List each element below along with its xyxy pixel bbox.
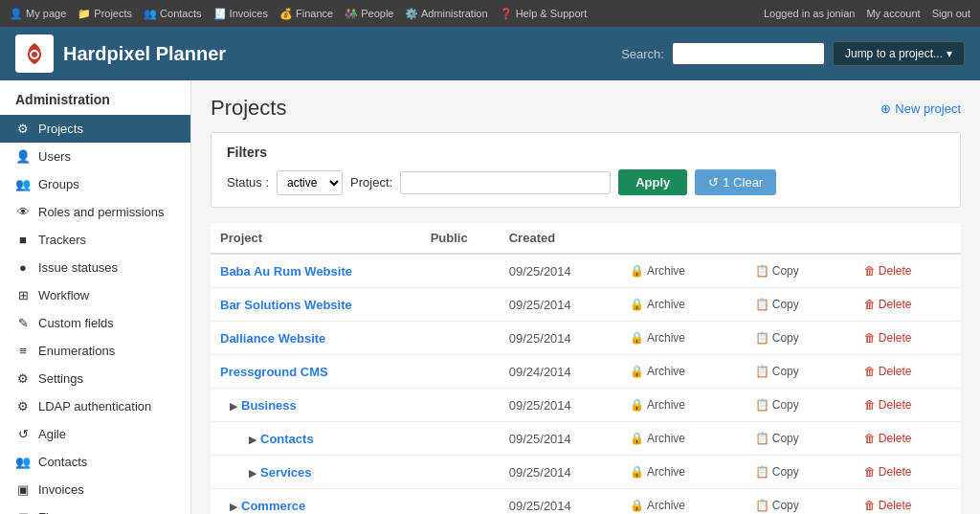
trash-icon: 🗑 (864, 398, 876, 412)
status-select[interactable]: active closed all (277, 170, 343, 195)
delete-button[interactable]: 🗑 Delete (857, 462, 920, 481)
action-archive-cell: 🔒 Archive (612, 456, 738, 489)
project-name-cell: ▶Services (211, 456, 421, 489)
public-cell (421, 254, 500, 288)
copy-button[interactable]: 📋 Copy (747, 395, 807, 414)
apply-button[interactable]: Apply (618, 169, 687, 195)
delete-button[interactable]: 🗑 Delete (857, 295, 920, 314)
public-cell (421, 389, 500, 422)
action-archive-cell: 🔒 Archive (612, 422, 738, 456)
copy-button[interactable]: 📋 Copy (747, 496, 807, 514)
delete-button[interactable]: 🗑 Delete (857, 328, 920, 347)
project-name-cell: ▶Business (211, 389, 421, 422)
project-link[interactable]: Baba Au Rum Website (220, 264, 352, 279)
sidebar-item-custom-fields[interactable]: ✎ Custom fields (0, 309, 190, 337)
delete-button[interactable]: 🗑 Delete (857, 429, 920, 448)
project-link[interactable]: Services (260, 465, 312, 480)
nav-administration[interactable]: ⚙️ Administration (405, 8, 487, 20)
agile-icon: ↺ (15, 427, 31, 441)
public-cell (421, 288, 500, 322)
action-archive-cell: 🔒 Archive (612, 322, 738, 355)
col-actions (612, 223, 961, 254)
project-name-cell: ▶Commerce (211, 489, 421, 515)
sidebar-item-issue-statuses[interactable]: ● Issue statuses (0, 254, 190, 281)
sidebar-item-finance[interactable]: ⊡ Finance (0, 503, 190, 514)
copy-button[interactable]: 📋 Copy (747, 429, 807, 448)
sidebar-item-ldap[interactable]: ⚙ LDAP authentication (0, 392, 190, 420)
sidebar-item-trackers[interactable]: ■ Trackers (0, 226, 190, 254)
delete-button[interactable]: 🗑 Delete (857, 395, 920, 414)
action-archive-cell: 🔒 Archive (612, 355, 738, 389)
table-header-row: Project Public Created (211, 223, 961, 254)
nav-contacts[interactable]: 👥 Contacts (144, 8, 201, 20)
sign-out-link[interactable]: Sign out (932, 8, 970, 19)
project-link[interactable]: Bar Solutions Website (220, 298, 352, 312)
copy-icon: 📋 (755, 264, 769, 278)
archive-button[interactable]: 🔒 Archive (622, 261, 693, 280)
project-link[interactable]: Dalliance Website (220, 331, 325, 346)
groups-icon: 👥 (15, 177, 31, 191)
clear-button[interactable]: ↺ 1 Clear (695, 169, 776, 195)
nav-people[interactable]: 👫 People (345, 8, 393, 20)
projects-table: Project Public Created Baba Au Rum Websi… (211, 223, 961, 514)
project-link[interactable]: Pressground CMS (220, 365, 328, 379)
copy-button[interactable]: 📋 Copy (747, 295, 807, 314)
copy-button[interactable]: 📋 Copy (747, 328, 807, 347)
logo-icon (15, 34, 54, 73)
sidebar-item-workflow[interactable]: ⊞ Workflow (0, 281, 190, 309)
project-link[interactable]: Contacts (260, 432, 314, 446)
arrow-icon: ▶ (230, 400, 237, 412)
lock-icon: 🔒 (630, 298, 644, 311)
delete-button[interactable]: 🗑 Delete (857, 496, 920, 514)
copy-button[interactable]: 📋 Copy (747, 261, 807, 280)
search-input[interactable] (672, 42, 825, 65)
sidebar-item-projects[interactable]: ⚙ Projects (0, 115, 190, 143)
nav-finance[interactable]: 💰 Finance (279, 8, 333, 20)
status-label: Status : (227, 175, 269, 190)
archive-button[interactable]: 🔒 Archive (622, 295, 693, 314)
delete-button[interactable]: 🗑 Delete (857, 362, 920, 381)
project-name-cell: Dalliance Website (211, 322, 421, 355)
archive-button[interactable]: 🔒 Archive (622, 496, 693, 514)
project-link[interactable]: Business (241, 398, 297, 413)
arrow-icon: ▶ (249, 434, 256, 445)
project-link[interactable]: Commerce (241, 499, 305, 513)
sidebar-item-settings[interactable]: ⚙ Settings (0, 365, 190, 392)
delete-button[interactable]: 🗑 Delete (857, 261, 920, 280)
sidebar-item-roles[interactable]: 👁 Roles and permissions (0, 198, 190, 226)
nav-my-page[interactable]: 👤 My page (10, 8, 66, 20)
sidebar-item-contacts[interactable]: 👥 Contacts (0, 448, 190, 476)
public-cell (421, 355, 500, 389)
project-name-cell: Pressground CMS (211, 355, 421, 389)
action-delete-cell: 🗑 Delete (847, 288, 961, 322)
sidebar-item-invoices[interactable]: ▣ Invoices (0, 476, 190, 503)
archive-button[interactable]: 🔒 Archive (622, 328, 693, 347)
lock-icon: 🔒 (630, 331, 644, 345)
top-navigation: 👤 My page 📁 Projects 👥 Contacts 🧾 Invoic… (0, 0, 980, 27)
action-archive-cell: 🔒 Archive (612, 288, 738, 322)
app-title: Hardpixel Planner (63, 43, 226, 65)
archive-button[interactable]: 🔒 Archive (622, 395, 693, 414)
jump-to-project-button[interactable]: Jump to a project... ▾ (833, 41, 965, 66)
copy-button[interactable]: 📋 Copy (747, 462, 807, 481)
sidebar-item-groups[interactable]: 👥 Groups (0, 170, 190, 198)
project-filter-input[interactable] (400, 171, 611, 194)
archive-button[interactable]: 🔒 Archive (622, 462, 693, 481)
nav-projects[interactable]: 📁 Projects (78, 8, 132, 20)
svg-point-1 (32, 52, 37, 57)
nav-invoices[interactable]: 🧾 Invoices (213, 8, 268, 20)
copy-button[interactable]: 📋 Copy (747, 362, 807, 381)
sidebar-item-enumerations[interactable]: ≡ Enumerations (0, 337, 190, 365)
action-archive-cell: 🔒 Archive (612, 389, 738, 422)
new-project-button[interactable]: ⊕ New project (880, 101, 961, 116)
created-cell: 09/25/2014 (500, 422, 612, 456)
my-account-link[interactable]: My account (866, 8, 920, 19)
archive-button[interactable]: 🔒 Archive (622, 362, 693, 381)
sidebar-item-agile[interactable]: ↺ Agile (0, 420, 190, 448)
project-name-cell: Bar Solutions Website (211, 288, 421, 322)
copy-icon: 📋 (755, 432, 769, 445)
public-cell (421, 489, 500, 515)
archive-button[interactable]: 🔒 Archive (622, 429, 693, 448)
sidebar-item-users[interactable]: 👤 Users (0, 143, 190, 170)
nav-help[interactable]: ❓ Help & Support (500, 8, 588, 20)
